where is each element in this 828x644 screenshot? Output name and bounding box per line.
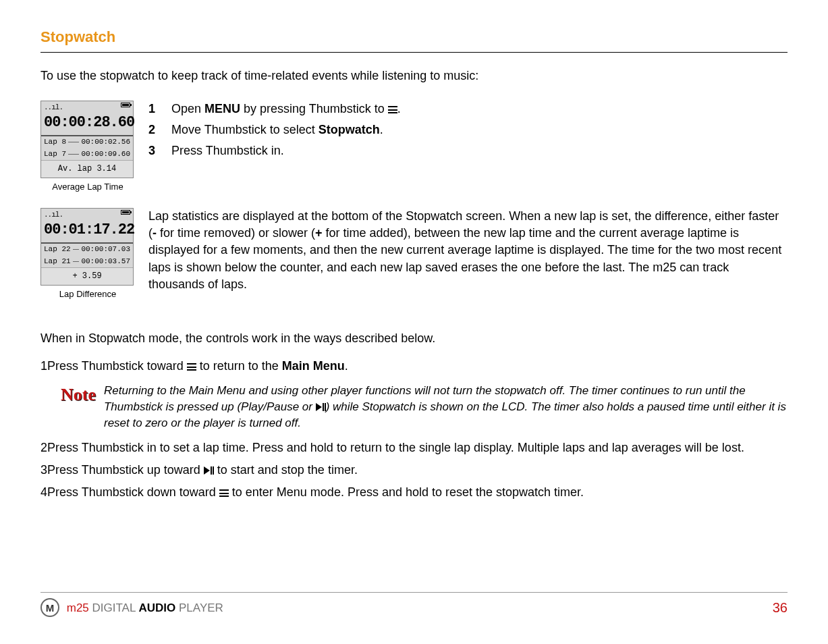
menu-icon bbox=[388, 106, 397, 113]
note-icon: Note bbox=[61, 383, 96, 407]
lcd-footer: + 3.59 bbox=[41, 267, 133, 285]
step-number: 4 bbox=[40, 484, 47, 501]
lap-row: Lap 2200:00:07.03 bbox=[41, 244, 133, 255]
menu-icon bbox=[219, 489, 229, 497]
open-steps: 1 Open MENU by pressing Thumbstick to . … bbox=[148, 101, 401, 164]
step-number: 2 bbox=[148, 122, 171, 138]
step-number: 3 bbox=[40, 462, 47, 479]
step-number: 2 bbox=[40, 439, 47, 456]
lcd-screenshot-diff: ..ıl. 00:01:17.22 Lap 2200:00:07.03 Lap … bbox=[40, 208, 134, 286]
lcd-footer: Av. lap 3.14 bbox=[41, 160, 133, 178]
control-steps-cont: 2 Press Thumbstick in to set a lap time.… bbox=[40, 439, 788, 502]
note-block: Note Returning to the Main Menu and usin… bbox=[61, 383, 788, 431]
product-name: M m25 DIGITAL AUDIO PLAYER bbox=[40, 598, 223, 617]
control-steps: 1 Press Thumbstick toward to return to t… bbox=[40, 358, 788, 375]
step-text: Open MENU by pressing Thumbstick to . bbox=[171, 101, 401, 117]
step-text: Press Thumbstick up toward to start and … bbox=[47, 462, 358, 479]
lap-row: Lap 800:00:02.56 bbox=[41, 136, 133, 148]
pause-icon bbox=[211, 466, 212, 475]
step-text: Move Thumbstick to select Stopwatch. bbox=[171, 122, 401, 138]
note-text: Returning to the Main Menu and using oth… bbox=[104, 383, 788, 431]
pause-icon bbox=[323, 403, 324, 411]
mode-controls-intro: When in Stopwatch mode, the controls wor… bbox=[40, 330, 788, 347]
step-number: 3 bbox=[148, 142, 171, 159]
lcd-caption: Average Lap Time bbox=[40, 181, 135, 193]
intro-text: To use the stopwatch to keep track of ti… bbox=[40, 68, 788, 84]
lap-row: Lap 2100:00:03.57 bbox=[41, 256, 133, 267]
menu-icon bbox=[187, 363, 196, 371]
step-text: Press Thumbstick in to set a lap time. P… bbox=[47, 439, 744, 456]
stopwatch-time: 00:00:28.60 bbox=[41, 113, 133, 136]
page-footer: M m25 DIGITAL AUDIO PLAYER 36 bbox=[40, 592, 788, 617]
step-text: Press Thumbstick down toward to enter Me… bbox=[47, 484, 584, 501]
page-number: 36 bbox=[773, 598, 788, 617]
stopwatch-time: 00:01:17.22 bbox=[41, 220, 133, 244]
step-number: 1 bbox=[40, 358, 47, 375]
play-icon bbox=[316, 403, 322, 411]
play-icon bbox=[204, 466, 210, 475]
battery-icon bbox=[121, 210, 130, 215]
lcd-screenshot-avg: ..ıl. 00:00:28.60 Lap 800:00:02.56 Lap 7… bbox=[40, 101, 134, 178]
lap-statistics-paragraph: Lap statistics are displayed at the bott… bbox=[148, 208, 788, 293]
battery-icon bbox=[121, 103, 130, 107]
lcd-caption: Lap Difference bbox=[40, 288, 135, 300]
signal-icon: ..ıl. bbox=[44, 210, 63, 220]
step-text: Press Thumbstick in. bbox=[171, 142, 401, 159]
step-number: 1 bbox=[148, 101, 171, 117]
step-text: Press Thumbstick toward to return to the… bbox=[47, 358, 348, 375]
motorola-logo-icon: M bbox=[40, 598, 59, 617]
lap-row: Lap 700:00:09.60 bbox=[41, 149, 133, 160]
signal-icon: ..ıl. bbox=[44, 103, 63, 113]
section-heading: Stopwatch bbox=[40, 27, 788, 53]
